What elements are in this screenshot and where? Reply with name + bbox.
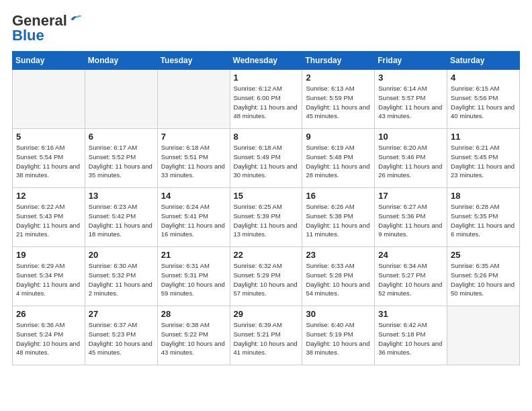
- day-number: 9: [306, 132, 371, 142]
- day-number: 25: [451, 250, 516, 260]
- day-info: Sunrise: 6:13 AMSunset: 5:59 PMDaylight:…: [306, 84, 371, 121]
- day-info: Sunrise: 6:33 AMSunset: 5:28 PMDaylight:…: [306, 261, 371, 298]
- day-number: 5: [16, 132, 81, 142]
- day-info: Sunrise: 6:40 AMSunset: 5:19 PMDaylight:…: [306, 320, 371, 357]
- calendar-week-row: 12Sunrise: 6:22 AMSunset: 5:43 PMDayligh…: [13, 188, 520, 247]
- calendar-cell: [157, 70, 230, 129]
- calendar-cell: 2Sunrise: 6:13 AMSunset: 5:59 PMDaylight…: [302, 70, 375, 129]
- weekday-header-row: SundayMondayTuesdayWednesdayThursdayFrid…: [13, 52, 520, 70]
- day-number: 20: [89, 250, 154, 260]
- weekday-header-cell: Sunday: [13, 52, 85, 70]
- calendar-cell: 15Sunrise: 6:25 AMSunset: 5:39 PMDayligh…: [230, 188, 302, 247]
- day-info: Sunrise: 6:38 AMSunset: 5:22 PMDaylight:…: [161, 320, 226, 357]
- day-number: 23: [306, 250, 371, 260]
- day-info: Sunrise: 6:18 AMSunset: 5:51 PMDaylight:…: [161, 143, 226, 180]
- weekday-header-cell: Tuesday: [157, 52, 230, 70]
- day-info: Sunrise: 6:28 AMSunset: 5:35 PMDaylight:…: [451, 202, 516, 239]
- day-info: Sunrise: 6:27 AMSunset: 5:36 PMDaylight:…: [378, 202, 443, 239]
- day-number: 3: [378, 73, 443, 83]
- day-number: 21: [161, 250, 226, 260]
- day-info: Sunrise: 6:15 AMSunset: 5:56 PMDaylight:…: [451, 84, 516, 121]
- calendar-body: 1Sunrise: 6:12 AMSunset: 6:00 PMDaylight…: [13, 70, 520, 365]
- day-info: Sunrise: 6:42 AMSunset: 5:18 PMDaylight:…: [378, 320, 443, 357]
- calendar-cell: 28Sunrise: 6:38 AMSunset: 5:22 PMDayligh…: [157, 306, 230, 365]
- day-number: 14: [161, 191, 226, 201]
- calendar-cell: 6Sunrise: 6:17 AMSunset: 5:52 PMDaylight…: [85, 129, 157, 188]
- day-number: 30: [306, 309, 371, 319]
- day-number: 7: [161, 132, 226, 142]
- calendar-cell: 30Sunrise: 6:40 AMSunset: 5:19 PMDayligh…: [302, 306, 375, 365]
- day-number: 10: [378, 132, 443, 142]
- day-info: Sunrise: 6:39 AMSunset: 5:21 PMDaylight:…: [234, 320, 299, 357]
- calendar-cell: 25Sunrise: 6:35 AMSunset: 5:26 PMDayligh…: [447, 247, 520, 306]
- day-info: Sunrise: 6:14 AMSunset: 5:57 PMDaylight:…: [378, 84, 443, 121]
- day-info: Sunrise: 6:23 AMSunset: 5:42 PMDaylight:…: [89, 202, 154, 239]
- calendar-cell: 11Sunrise: 6:21 AMSunset: 5:45 PMDayligh…: [447, 129, 520, 188]
- calendar-cell: 22Sunrise: 6:32 AMSunset: 5:29 PMDayligh…: [230, 247, 302, 306]
- calendar-week-row: 26Sunrise: 6:36 AMSunset: 5:24 PMDayligh…: [13, 306, 520, 365]
- calendar-cell: 23Sunrise: 6:33 AMSunset: 5:28 PMDayligh…: [302, 247, 375, 306]
- calendar-cell: 10Sunrise: 6:20 AMSunset: 5:46 PMDayligh…: [375, 129, 447, 188]
- day-number: 22: [234, 250, 299, 260]
- day-number: 27: [89, 309, 154, 319]
- calendar-cell: 20Sunrise: 6:30 AMSunset: 5:32 PMDayligh…: [85, 247, 157, 306]
- header: General Blue: [12, 12, 520, 44]
- day-number: 15: [234, 191, 299, 201]
- calendar-cell: 8Sunrise: 6:18 AMSunset: 5:49 PMDaylight…: [230, 129, 302, 188]
- day-number: 12: [16, 191, 81, 201]
- day-number: 29: [234, 309, 299, 319]
- day-number: 31: [378, 309, 443, 319]
- calendar-cell: 24Sunrise: 6:34 AMSunset: 5:27 PMDayligh…: [375, 247, 447, 306]
- page: General Blue SundayMondayTuesdayWednesda…: [0, 0, 532, 411]
- day-number: 24: [378, 250, 443, 260]
- day-number: 28: [161, 309, 226, 319]
- day-number: 11: [451, 132, 516, 142]
- calendar-cell: 12Sunrise: 6:22 AMSunset: 5:43 PMDayligh…: [13, 188, 85, 247]
- day-number: 18: [451, 191, 516, 201]
- calendar-table: SundayMondayTuesdayWednesdayThursdayFrid…: [12, 51, 520, 365]
- calendar-cell: 5Sunrise: 6:16 AMSunset: 5:54 PMDaylight…: [13, 129, 85, 188]
- day-info: Sunrise: 6:20 AMSunset: 5:46 PMDaylight:…: [378, 143, 443, 180]
- day-number: 13: [89, 191, 154, 201]
- day-info: Sunrise: 6:25 AMSunset: 5:39 PMDaylight:…: [234, 202, 299, 239]
- day-number: 16: [306, 191, 371, 201]
- day-number: 8: [234, 132, 299, 142]
- day-number: 26: [16, 309, 81, 319]
- weekday-header-cell: Wednesday: [230, 52, 302, 70]
- weekday-header-cell: Thursday: [302, 52, 375, 70]
- calendar-cell: [85, 70, 157, 129]
- calendar-cell: 29Sunrise: 6:39 AMSunset: 5:21 PMDayligh…: [230, 306, 302, 365]
- day-info: Sunrise: 6:29 AMSunset: 5:34 PMDaylight:…: [16, 261, 81, 298]
- day-info: Sunrise: 6:17 AMSunset: 5:52 PMDaylight:…: [89, 143, 154, 180]
- day-info: Sunrise: 6:35 AMSunset: 5:26 PMDaylight:…: [451, 261, 516, 298]
- calendar-cell: 13Sunrise: 6:23 AMSunset: 5:42 PMDayligh…: [85, 188, 157, 247]
- calendar-cell: 9Sunrise: 6:19 AMSunset: 5:48 PMDaylight…: [302, 129, 375, 188]
- calendar-cell: 14Sunrise: 6:24 AMSunset: 5:41 PMDayligh…: [157, 188, 230, 247]
- calendar-cell: 18Sunrise: 6:28 AMSunset: 5:35 PMDayligh…: [447, 188, 520, 247]
- day-number: 17: [378, 191, 443, 201]
- calendar-cell: 16Sunrise: 6:26 AMSunset: 5:38 PMDayligh…: [302, 188, 375, 247]
- calendar-cell: 19Sunrise: 6:29 AMSunset: 5:34 PMDayligh…: [13, 247, 85, 306]
- day-info: Sunrise: 6:21 AMSunset: 5:45 PMDaylight:…: [451, 143, 516, 180]
- day-info: Sunrise: 6:26 AMSunset: 5:38 PMDaylight:…: [306, 202, 371, 239]
- day-number: 6: [89, 132, 154, 142]
- day-info: Sunrise: 6:12 AMSunset: 6:00 PMDaylight:…: [234, 84, 299, 121]
- day-info: Sunrise: 6:32 AMSunset: 5:29 PMDaylight:…: [234, 261, 299, 298]
- day-info: Sunrise: 6:18 AMSunset: 5:49 PMDaylight:…: [234, 143, 299, 180]
- weekday-header-cell: Monday: [85, 52, 157, 70]
- calendar-cell: 21Sunrise: 6:31 AMSunset: 5:31 PMDayligh…: [157, 247, 230, 306]
- day-info: Sunrise: 6:30 AMSunset: 5:32 PMDaylight:…: [89, 261, 154, 298]
- calendar-week-row: 1Sunrise: 6:12 AMSunset: 6:00 PMDaylight…: [13, 70, 520, 129]
- day-info: Sunrise: 6:22 AMSunset: 5:43 PMDaylight:…: [16, 202, 81, 239]
- day-number: 4: [451, 73, 516, 83]
- weekday-header-cell: Friday: [375, 52, 447, 70]
- day-number: 19: [16, 250, 81, 260]
- calendar-cell: 26Sunrise: 6:36 AMSunset: 5:24 PMDayligh…: [13, 306, 85, 365]
- calendar-cell: 4Sunrise: 6:15 AMSunset: 5:56 PMDaylight…: [447, 70, 520, 129]
- calendar-cell: [13, 70, 85, 129]
- day-number: 1: [234, 73, 299, 83]
- day-number: 2: [306, 73, 371, 83]
- logo-bird-icon: [69, 13, 82, 23]
- logo: General Blue: [12, 12, 82, 44]
- day-info: Sunrise: 6:36 AMSunset: 5:24 PMDaylight:…: [16, 320, 81, 357]
